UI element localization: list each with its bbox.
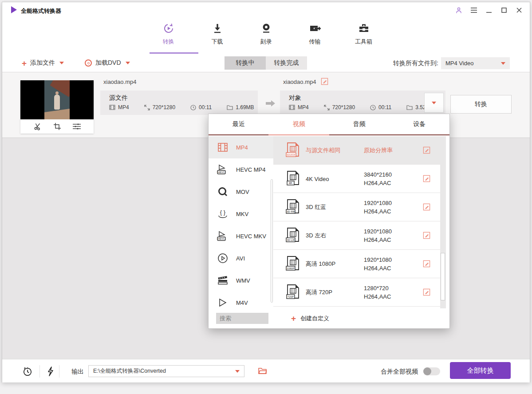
output-path-value: E:\全能格式转换器\Converted [93,367,166,375]
minimize-icon[interactable] [485,6,493,15]
rename-edit-icon[interactable] [321,78,328,85]
preset-3d-red-blue[interactable]: 3D RB 3D 红蓝 1920*1080H264,AAC [273,193,440,221]
title-bar: 全能格式转换器 [2,2,530,18]
trim-icon[interactable] [33,122,42,131]
queue-tabs: 转换中 转换完成 [225,56,307,70]
popup-tab-device[interactable]: 设备 [389,114,449,134]
app-title: 全能格式转换器 [21,7,61,15]
load-dvd-label: 加载DVD [95,59,121,67]
hevc-play-icon: HEVC [217,163,229,176]
add-file-button[interactable]: + 添加文件 [22,54,64,72]
global-format-select[interactable]: MP4 Video [441,57,510,69]
resolution-icon [144,105,150,110]
svg-text:3D RB: 3D RB [287,210,295,213]
popup-tab-video[interactable]: 视频 [269,114,329,134]
app-logo-icon [11,6,17,13]
tab-finished[interactable]: 转换完成 [266,56,307,70]
preset-edit-icon[interactable] [423,203,430,211]
popup-tab-indicator [268,134,329,135]
film-icon [289,105,295,110]
preset-edit-icon[interactable] [423,175,430,182]
popup-tab-recent[interactable]: 最近 [209,114,269,134]
folder-icon [227,105,233,110]
source-file-name: xiaodao.mp4 [103,79,136,85]
convert-all-button[interactable]: 全部转换 [450,362,511,379]
tab-converting[interactable]: 转换中 [225,56,266,70]
nav-tab-burn[interactable]: 刻录 [248,18,284,54]
quicktime-icon [217,185,229,198]
toolbar: + 添加文件 加载DVD 转换中 转换完成 转换所有文件到: MP4 Video [2,54,530,72]
account-icon[interactable] [454,6,463,15]
format-item-mov[interactable]: MOV [209,181,273,203]
preset-edit-icon[interactable] [423,146,430,154]
preset-edit-icon[interactable] [423,288,430,296]
crop-icon[interactable] [53,122,62,131]
chevron-down-icon [432,102,436,104]
burn-disc-icon [260,22,272,35]
svg-text:{ }: { } [220,209,226,216]
source-info-box: 源文件 MP4 720*1280 00:11 1.69MB [100,91,258,115]
svg-text:720P: 720P [288,295,294,298]
preset-same-as-source[interactable]: source 与源文件相同 原始分辨率 [273,136,440,165]
clock-icon [370,105,376,110]
schedule-clock-icon[interactable] [22,366,33,377]
format-item-wmv[interactable]: WMV [209,269,273,292]
transfer-icon [309,22,321,35]
download-icon [212,22,223,35]
preset-doc-icon: 3D RB [285,199,302,216]
popup-body: MP4 HEVC HEVC MP4 MOV { } [209,136,449,309]
preset-4k-video[interactable]: 4K 4K Video 3840*2160H264,AAC [273,165,440,193]
format-item-hevc-mp4[interactable]: HEVC HEVC MP4 [209,158,273,181]
svg-text:3D LR: 3D LR [287,238,295,241]
convert-all-to-label: 转换所有文件到: [393,59,438,67]
convert-button[interactable]: 转换 [450,95,512,114]
merge-all-label: 合并全部视频 [381,368,418,376]
preset-hd-1080p[interactable]: 1080P 高清 1080P 1920*1080H264,AAC [273,250,440,278]
source-format: MP4 [118,104,129,110]
nav-tab-convert[interactable]: 转换 [151,18,186,54]
popup-tab-audio[interactable]: 音频 [329,114,390,134]
global-format-value: MP4 Video [445,60,473,67]
preset-hd-720p[interactable]: 720P 高清 720P 1280*720H264,AAC [273,278,440,307]
maximize-icon[interactable] [500,6,508,15]
chevron-down-icon [59,62,64,64]
nav-tab-label: 刻录 [260,38,272,46]
clapperboard-icon [217,274,229,287]
menu-icon[interactable] [469,6,478,15]
source-resolution: 720*1280 [153,104,175,110]
format-dropdown-button[interactable] [424,93,444,113]
close-icon[interactable] [515,6,524,15]
preset-edit-icon[interactable] [423,232,430,239]
divider [59,365,59,378]
nav-tab-download[interactable]: 下载 [200,18,235,54]
preset-scrollbar-track[interactable] [440,136,446,309]
sidebar-scrollbar[interactable] [271,179,273,303]
effects-sliders-icon[interactable] [72,122,81,131]
toolbox-icon [358,22,370,35]
popup-footer: + 创建自定义 [209,308,449,328]
nav-tab-transfer[interactable]: 传输 [297,18,333,54]
bottom-bar: 输出 E:\全能格式转换器\Converted 合并全部视频 全部转换 [2,359,530,382]
create-custom-button[interactable]: + 创建自定义 [291,313,329,324]
preset-3d-left-right[interactable]: 3D LR 3D 左右 1920*1080H264,AAC [273,221,440,250]
format-item-m4v[interactable]: M4V [209,292,273,309]
merge-toggle[interactable] [423,367,440,375]
open-folder-icon[interactable] [258,367,268,377]
mkv-braces-icon: { } [217,208,229,220]
search-input[interactable] [216,313,268,324]
format-item-hevc-mkv[interactable]: HEVC HEVC MKV [209,225,273,247]
chevron-down-icon [235,370,240,373]
preset-doc-icon: source [285,142,302,159]
high-speed-bolt-icon[interactable] [45,366,56,377]
format-item-mp4[interactable]: MP4 [209,136,273,158]
film-icon [109,105,115,110]
nav-tab-toolbox[interactable]: 工具箱 [346,18,382,54]
output-path-select[interactable]: E:\全能格式转换器\Converted [88,365,244,377]
format-item-mkv[interactable]: { } MKV [209,203,273,225]
preset-edit-icon[interactable] [423,260,430,268]
format-item-avi[interactable]: AVI [209,247,273,269]
avi-play-circle-icon [217,252,229,264]
chevron-down-icon [126,62,130,64]
load-dvd-button[interactable]: 加载DVD [85,54,130,72]
preset-scrollbar-thumb[interactable] [441,253,445,300]
